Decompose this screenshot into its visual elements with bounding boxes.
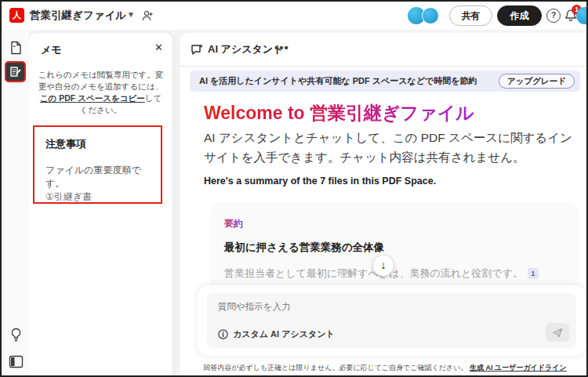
assistant-selector[interactable]: カスタム AI アシスタント (218, 328, 335, 340)
memo-panel: メモ ✕ これらのメモは閲覧専用です。変更や自分のメモを追加するには、この PD… (29, 33, 172, 377)
ai-assistant-header: AI アシスタント ••• (180, 33, 588, 66)
profile-avatar[interactable] (576, 7, 588, 24)
summary-card-label: 要約 (224, 217, 243, 230)
chat-input-card: 質問や指示を入力 カスタム AI アシスタント (198, 285, 586, 356)
header-divider (180, 66, 588, 67)
highlighted-note-card[interactable]: 注意事項 ファイルの重要度順です。 ①引継ぎ書 ②業務マニュアル ③取引先リスト (33, 125, 162, 204)
create-button[interactable]: 作成 (497, 5, 542, 26)
tool-rail: “ (2, 30, 29, 377)
document-title: 営業引継ぎファイル (30, 2, 126, 30)
info-icon (218, 329, 228, 339)
presence-avatars[interactable] (408, 7, 441, 24)
collaborators-icon[interactable] (141, 9, 154, 25)
send-button[interactable] (546, 323, 569, 342)
close-icon[interactable]: ✕ (154, 42, 163, 53)
chat-input-field[interactable]: 質問や指示を入力 カスタム AI アシスタント (207, 293, 576, 348)
copy-pdf-space-link[interactable]: この PDF スペースをコピー (40, 93, 145, 103)
svg-text:“: “ (13, 45, 16, 50)
avatar[interactable] (422, 7, 439, 24)
note-line: ファイルの重要度順です。 (45, 164, 150, 190)
disclaimer-text: 回答内容が必ずしも正確とは限りません。必要に応じてご自身でご確認ください。 (203, 364, 467, 372)
note-line: ①引継ぎ書 (45, 190, 150, 204)
upsell-banner: AI を活用したインサイトや共有可能な PDF スペースなどで時間を節約 アップ… (190, 71, 580, 92)
memo-readonly-notice: これらのメモは閲覧専用です。変更や自分のメモを追加するには、この PDF スペー… (38, 69, 164, 116)
suggestions-lightbulb-icon[interactable] (7, 326, 24, 343)
memo-tool-button-selected[interactable] (5, 61, 26, 82)
top-toolbar: 人 営業引継ぎファイル ▼ 共有 作成 ? 1 (2, 2, 586, 30)
ai-chat-sparkle-icon (191, 43, 204, 60)
overflow-menu-icon[interactable]: ••• (274, 33, 289, 66)
summaries-tool-button[interactable]: “ (7, 39, 24, 56)
acrobat-logo-icon[interactable]: 人 (9, 8, 24, 23)
welcome-heading: Welcome to 営業引継ぎファイル (204, 101, 474, 125)
ai-guidelines-link[interactable]: 生成 AI ユーザーガイドライン (470, 364, 567, 372)
help-button[interactable]: ? (546, 9, 561, 23)
summary-note-text: Here's a summary of the 7 files in this … (204, 176, 436, 187)
summary-card-body: 営業担当者として最初に理解すべきは、業務の流れと役割です。1 (224, 266, 565, 281)
intro-paragraph: AI アシスタントとチャットして、この PDF スペースに関するインサイトを入手… (204, 128, 574, 167)
panel-toggle-icon[interactable] (7, 353, 24, 370)
citation-badge[interactable]: 1 (528, 268, 539, 279)
app-window: 人 営業引継ぎファイル ▼ 共有 作成 ? 1 “ (0, 0, 588, 377)
ai-assistant-title: AI アシスタント (208, 33, 283, 66)
chat-input-placeholder: 質問や指示を入力 (218, 301, 291, 313)
send-paper-plane-icon (552, 328, 563, 338)
assistant-selector-label: カスタム AI アシスタント (233, 328, 335, 340)
scroll-to-bottom-button[interactable]: ↓ (373, 256, 394, 276)
notice-text: これらのメモは閲覧専用です。変更や自分のメモを追加するには、 (38, 70, 164, 91)
chevron-down-icon[interactable]: ▼ (127, 2, 135, 30)
share-button[interactable]: 共有 (449, 5, 492, 26)
ai-disclaimer: 回答内容が必ずしも正確とは限りません。必要に応じてご自身でご確認ください。 生成… (180, 363, 588, 373)
memo-panel-title: メモ (41, 43, 62, 57)
note-heading: 注意事項 (45, 137, 150, 151)
summary-card-title: 最初に押さえる営業業務の全体像 (224, 241, 565, 255)
upsell-banner-text: AI を活用したインサイトや共有可能な PDF スペースなどで時間を節約 (199, 71, 477, 92)
ai-assistant-panel: AI アシスタント ••• AI を活用したインサイトや共有可能な PDF スペ… (180, 33, 588, 377)
upgrade-button[interactable]: アップグレード (499, 74, 575, 89)
